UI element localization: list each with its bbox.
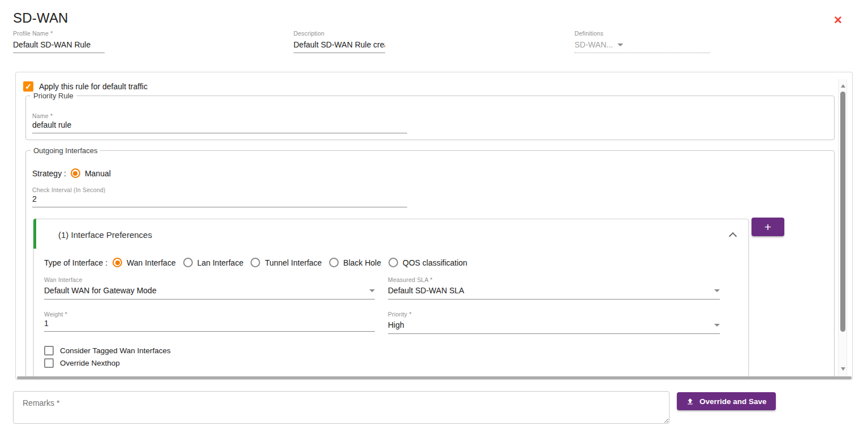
override-nexthop-checkbox[interactable] <box>44 358 54 368</box>
lan-interface-radio-label: Lan Interface <box>197 258 244 267</box>
rule-panel: ✓ Apply this rule for default traffic Pr… <box>15 72 853 380</box>
wan-interface-field: Wan Interface Default WAN for Gateway Mo… <box>44 276 375 300</box>
weight-field: Weight * <box>44 311 375 332</box>
interface-preferences-card: (1) Interface Preferences Type of Interf… <box>33 219 749 380</box>
qos-classification-radio[interactable] <box>388 258 398 267</box>
active-indicator-bar <box>33 219 36 249</box>
tunnel-interface-radio[interactable] <box>251 258 260 267</box>
priority-value: High <box>388 320 404 329</box>
qos-classification-radio-label: QOS classification <box>403 258 467 267</box>
vertical-scrollbar-thumb[interactable] <box>840 92 845 332</box>
upload-icon <box>686 397 694 406</box>
vertical-scrollbar[interactable] <box>838 79 847 376</box>
wan-interface-radio[interactable] <box>113 258 122 267</box>
override-nexthop-row: Override Nexthop <box>44 358 120 368</box>
page-title: SD-WAN <box>13 10 68 26</box>
radio-option-lan-interface[interactable]: Lan Interface <box>183 258 244 267</box>
measured-sla-select[interactable]: Default SD-WAN SLA <box>388 285 720 300</box>
check-interval-input[interactable] <box>32 193 407 207</box>
weight-label: Weight * <box>44 311 375 318</box>
priority-field: Priority * High <box>388 311 720 334</box>
override-and-save-label: Override and Save <box>699 397 767 406</box>
chevron-down-icon <box>714 289 720 292</box>
add-interface-preference-button[interactable]: + <box>752 218 784 236</box>
consider-tagged-label: Consider Tagged Wan Interfaces <box>60 346 171 355</box>
profile-name-label: Profile Name * <box>13 30 105 37</box>
interface-preferences-title: (1) Interface Preferences <box>58 230 152 240</box>
apply-default-checkbox[interactable]: ✓ <box>23 81 33 92</box>
radio-option-wan-interface[interactable]: Wan Interface <box>113 258 176 267</box>
black-hole-radio[interactable] <box>329 258 339 267</box>
radio-option-tunnel-interface[interactable]: Tunnel Interface <box>251 258 322 267</box>
profile-name-input[interactable] <box>13 38 105 53</box>
tunnel-interface-radio-label: Tunnel Interface <box>265 258 322 267</box>
weight-input[interactable] <box>44 318 375 332</box>
rule-name-input[interactable] <box>32 119 407 133</box>
remarks-textarea[interactable] <box>13 391 670 424</box>
description-input[interactable] <box>293 38 385 53</box>
priority-label: Priority * <box>388 311 720 318</box>
strategy-manual-radio[interactable] <box>71 168 80 178</box>
type-of-interface-label: Type of Interface : <box>44 258 107 267</box>
chevron-down-icon <box>714 324 720 327</box>
check-interval-label: Check Interval (In Second) <box>32 186 407 193</box>
chevron-down-icon <box>369 289 375 292</box>
priority-rule-fieldset: Priority Rule Name * <box>25 92 835 140</box>
black-hole-radio-label: Black Hole <box>343 258 381 267</box>
outgoing-interfaces-fieldset: Outgoing Interfaces Strategy : Manual Ch… <box>25 146 835 380</box>
lan-interface-radio[interactable] <box>183 258 193 267</box>
apply-default-label: Apply this rule for default traffic <box>39 82 148 91</box>
measured-sla-value: Default SD-WAN SLA <box>388 286 464 295</box>
close-icon[interactable]: ✕ <box>831 14 845 27</box>
measured-sla-field: Measured SLA * Default SD-WAN SLA <box>388 276 720 300</box>
definitions-value: SD-WAN... <box>575 40 613 49</box>
wan-interface-label: Wan Interface <box>44 276 375 283</box>
override-and-save-button[interactable]: Override and Save <box>677 392 776 410</box>
consider-tagged-checkbox[interactable] <box>44 346 54 355</box>
radio-option-qos-classification[interactable]: QOS classification <box>388 258 467 267</box>
override-nexthop-label: Override Nexthop <box>60 359 120 367</box>
wan-interface-select[interactable]: Default WAN for Gateway Mode <box>44 285 375 300</box>
scroll-down-icon[interactable] <box>841 367 845 371</box>
scroll-up-icon[interactable] <box>841 84 845 88</box>
strategy-label: Strategy : <box>32 169 66 178</box>
radio-option-black-hole[interactable]: Black Hole <box>329 258 381 267</box>
strategy-row: Strategy : Manual <box>32 168 111 178</box>
outgoing-interfaces-legend: Outgoing Interfaces <box>31 146 100 155</box>
apply-default-row: ✓ Apply this rule for default traffic <box>23 81 148 92</box>
chevron-up-icon[interactable] <box>730 232 736 237</box>
measured-sla-label: Measured SLA * <box>388 276 720 283</box>
definitions-select: SD-WAN... <box>575 38 710 53</box>
description-label: Description <box>293 30 385 37</box>
type-of-interface-row: Type of Interface : Wan Interface Lan In… <box>44 258 469 267</box>
definitions-field: Definitions SD-WAN... <box>575 30 710 53</box>
wan-interface-value: Default WAN for Gateway Mode <box>44 286 157 295</box>
horizontal-scrollbar-thumb[interactable] <box>17 376 852 379</box>
rule-name-label: Name * <box>32 112 407 119</box>
priority-select[interactable]: High <box>388 319 720 334</box>
profile-name-field: Profile Name * <box>13 30 105 53</box>
consider-tagged-row: Consider Tagged Wan Interfaces <box>44 346 171 355</box>
chevron-down-icon <box>617 44 623 46</box>
strategy-manual-label: Manual <box>85 169 111 178</box>
wan-interface-radio-label: Wan Interface <box>127 258 176 267</box>
priority-rule-legend: Priority Rule <box>31 92 76 100</box>
description-field: Description <box>293 30 385 53</box>
definitions-label: Definitions <box>575 30 710 37</box>
